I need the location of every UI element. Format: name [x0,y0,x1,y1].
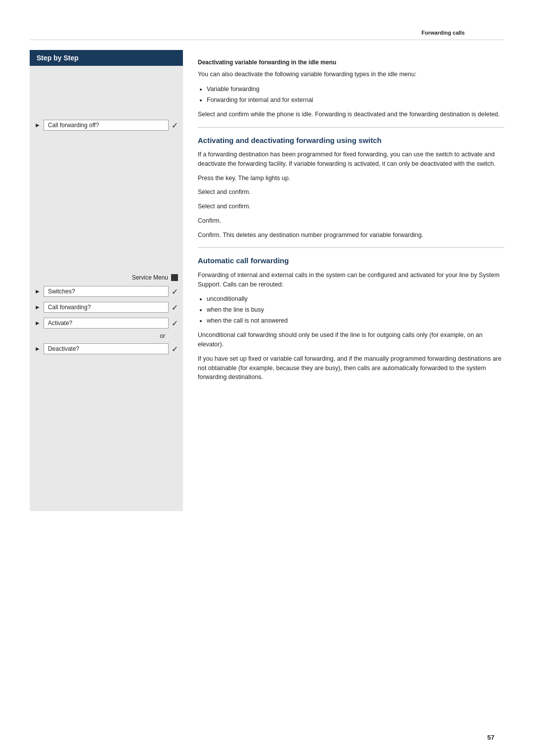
or-label: or [30,332,183,339]
content-wrapper: Step by Step ► Call forwarding off? ✓ Se… [30,40,504,511]
section3-body3: If you have set up fixed or variable cal… [198,354,504,382]
section2-select1: Select and confirm. [198,188,504,197]
check-icon-5: ✓ [172,344,178,354]
header-title: Forwarding calls [422,30,465,36]
bullet-forwarding-internal-external: Forwarding for internal and for external [207,95,504,105]
section2-press-key: Press the key. The lamp lights up. [198,174,504,183]
step-box-activate: Activate? [44,318,169,329]
arrow-icon-2: ► [35,288,41,295]
divider-2 [198,247,504,248]
divider-1 [198,127,504,128]
section3-heading: Automatic call forwarding [198,256,504,266]
arrow-icon-3: ► [35,304,41,311]
step-row-activate: ► Activate? ✓ [30,316,183,331]
check-icon-3: ✓ [172,303,178,312]
step-by-step-header: Step by Step [30,50,183,66]
section1-step-instruction: Select and confirm while the phone is id… [198,110,504,119]
service-menu-icon [171,274,178,281]
bullet-not-answered: when the call is not answered [207,316,504,326]
section2-select2: Select and confirm. [198,202,504,211]
step-box-switches: Switches? [44,286,169,297]
section2-heading: Activating and deactivating forwarding u… [198,136,504,145]
bullet-line-busy: when the line is busy [207,305,504,315]
section3-body2: Unconditional call forwarding should onl… [198,331,504,349]
arrow-icon-1: ► [35,122,41,129]
service-menu-row: Service Menu [30,272,183,283]
step-box-call-forwarding: Call forwarding? [44,302,169,313]
check-icon-4: ✓ [172,319,178,328]
right-column: Deactivating variable forwarding in the … [183,50,504,511]
left-col-body: ► Call forwarding off? ✓ Service Menu ► … [30,66,183,511]
bullet-unconditionally: unconditionally [207,294,504,304]
arrow-icon-4: ► [35,320,41,327]
step-box-call-forwarding-off: Call forwarding off? [44,120,169,131]
left-column: Step by Step ► Call forwarding off? ✓ Se… [30,50,183,511]
section1-bullets: Variable forwarding Forwarding for inter… [207,84,504,105]
step-row-call-forwarding-off: ► Call forwarding off? ✓ [30,118,183,133]
step-box-deactivate: Deactivate? [44,343,169,354]
check-icon-2: ✓ [172,287,178,296]
page-number: 57 [488,734,494,741]
section2-body1: If a forwarding destination has been pro… [198,150,504,169]
arrow-icon-5: ► [35,345,41,352]
service-menu-label: Service Menu [132,274,168,281]
step-row-switches: ► Switches? ✓ [30,284,183,299]
section2-confirm1: Confirm. [198,216,504,226]
section1-intro: You can also deactivate the following va… [198,70,504,79]
section1-heading: Deactivating variable forwarding in the … [198,59,504,66]
check-icon-1: ✓ [172,121,178,130]
section2-confirm2: Confirm. This deletes any destination nu… [198,231,504,240]
step-row-call-forwarding: ► Call forwarding? ✓ [30,300,183,315]
step-row-deactivate: ► Deactivate? ✓ [30,341,183,356]
section3-body1: Forwarding of internal and external call… [198,271,504,289]
bullet-variable-forwarding: Variable forwarding [207,84,504,94]
section3-bullets: unconditionally when the line is busy wh… [207,294,504,326]
page-header: Forwarding calls [30,30,504,40]
